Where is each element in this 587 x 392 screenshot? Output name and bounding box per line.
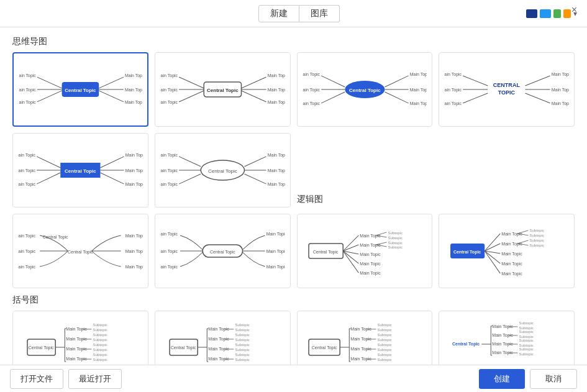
svg-text:Main Topic: Main Topic [303,101,321,106]
template-card-mm1[interactable]: Central Topic Main Topic Main Topic Main… [12,52,148,127]
svg-text:Subtopic: Subtopic [235,358,249,362]
svg-text:Central Topic: Central Topic [210,250,235,255]
template-card-mm4[interactable]: CENTRAL TOPIC Main Topic Main Topic Main… [439,52,575,127]
template-card-br3[interactable]: Central Topic Main Topic Main Topic Main… [297,311,433,365]
svg-line-103 [343,245,358,251]
svg-text:Main Topic: Main Topic [360,252,381,257]
svg-text:Central Topic: Central Topic [207,88,239,93]
mindmap-grid-row1: Central Topic Main Topic Main Topic Main… [12,52,575,127]
color-scheme-selector[interactable]: ▾ [526,9,577,18]
svg-text:Main Topic: Main Topic [160,265,178,270]
close-button[interactable]: × [571,5,577,15]
svg-text:Main Topic: Main Topic [18,265,36,270]
svg-text:Main Topic: Main Topic [125,234,143,239]
mindmap-preview-5: Central Topic Main Topic Main Topic Main… [18,139,143,202]
svg-line-68 [100,173,124,184]
svg-text:Main Topic: Main Topic [502,242,523,247]
template-card-mm6[interactable]: Central Topic Main Topic Main Topic Main… [155,133,291,207]
svg-text:Central Topic: Central Topic [312,250,338,255]
svg-text:Main Topic: Main Topic [160,73,178,78]
template-card-br2[interactable]: Central Topic Main Topic Main Topic Main… [155,311,291,365]
svg-text:Main Topic: Main Topic [160,182,178,187]
svg-text:Subtopic: Subtopic [519,347,534,351]
svg-text:Main Topic: Main Topic [125,88,142,93]
svg-text:Main Topic: Main Topic [18,182,36,187]
svg-line-30 [321,76,345,87]
bottom-right-actions: 创建 取消 [479,369,577,389]
svg-text:Subtopic: Subtopic [388,236,402,240]
logic-preview-2: Central Topic Main Topic Subtopic Subtop… [444,219,569,283]
svg-text:Subtopic: Subtopic [93,338,107,342]
cancel-button[interactable]: 取消 [530,369,577,389]
svg-text:Main Topic: Main Topic [266,232,284,237]
mindmap-preview-7: Central Topic Main Topic Main Topic Main… [18,219,143,283]
create-button[interactable]: 创建 [479,369,525,389]
template-card-lg1[interactable]: Central Topic Main Topic Subtopic Subtop… [297,214,433,288]
mindmap-preview-8: Central Topic Main Topic Main Topic Main… [160,219,285,283]
svg-text:Subtopic: Subtopic [530,239,544,242]
svg-text:Subtopic: Subtopic [388,231,402,235]
svg-text:Main Topic: Main Topic [360,243,381,248]
template-card-mm2[interactable]: Central Topic Main Topic Main Topic Main… [155,52,291,127]
svg-text:Main Topic: Main Topic [552,101,569,106]
svg-text:Main Topic: Main Topic [160,168,178,173]
section-title-logic: 逻辑图 [297,194,575,205]
template-card-br1[interactable]: Central Topic Main Topic Main Topic Main… [12,311,148,365]
svg-text:Main Topic: Main Topic [267,182,284,187]
svg-text:Main Topic: Main Topic [267,153,284,158]
template-card-mm3[interactable]: Central Topic Main Topic Main Topic Main… [297,52,433,127]
svg-text:Subtopic: Subtopic [235,338,249,342]
svg-text:Subtopic: Subtopic [519,339,534,342]
svg-text:Main Topic: Main Topic [502,271,523,276]
section-title-mindmap: 思维导图 [12,36,575,47]
svg-line-40 [385,92,408,103]
tab-new[interactable]: 新建 [258,5,299,22]
template-card-mm5[interactable]: Central Topic Main Topic Main Topic Main… [12,133,148,207]
svg-line-122 [485,234,500,251]
svg-text:Main Topic: Main Topic [409,88,427,93]
svg-text:Subtopic: Subtopic [377,343,391,347]
svg-text:Subtopic: Subtopic [377,338,391,342]
svg-text:Main Topic: Main Topic [303,72,321,77]
svg-text:Subtopic: Subtopic [530,234,544,237]
main-content: 思维导图 Central Topic Main Topic Main Topic… [0,27,587,365]
svg-text:Subtopic: Subtopic [377,358,391,362]
svg-text:Subtopic: Subtopic [93,358,107,362]
svg-line-64 [100,157,124,168]
color-dot-1 [526,9,537,18]
color-dot-2 [540,9,551,18]
svg-text:Main Topic: Main Topic [18,168,36,173]
svg-text:Subtopic: Subtopic [377,353,391,357]
svg-text:Subtopic: Subtopic [235,323,249,327]
open-file-button[interactable]: 打开文件 [10,369,63,389]
svg-line-26 [241,91,266,102]
bracket-preview-2: Central Topic Main Topic Main Topic Main… [160,316,285,365]
svg-text:Central Topic: Central Topic [452,342,480,347]
mindmap-grid-row2: Central Topic Main Topic Main Topic Main… [12,133,575,207]
svg-text:Main Topic: Main Topic [444,88,462,93]
svg-line-34 [321,92,345,103]
svg-text:TOPIC: TOPIC [498,89,516,96]
svg-text:Central Topic: Central Topic [68,250,93,255]
template-card-mm7[interactable]: Central Topic Main Topic Main Topic Main… [12,214,148,288]
svg-text:Main Topic: Main Topic [266,265,284,270]
template-card-lg2[interactable]: Central Topic Main Topic Subtopic Subtop… [439,214,575,288]
template-card-br4[interactable]: Central Topic Main Topic Main Topic Main… [439,311,575,365]
template-card-mm8[interactable]: Central Topic Main Topic Main Topic Main… [155,214,291,288]
svg-line-76 [179,174,201,184]
tab-gallery[interactable]: 图库 [299,5,340,22]
svg-line-22 [241,77,266,88]
recent-open-button[interactable]: 最近打开 [68,369,122,389]
svg-text:Subtopic: Subtopic [519,352,534,356]
svg-text:Main Topic: Main Topic [444,101,462,106]
svg-text:Main Topic: Main Topic [502,252,523,257]
svg-text:Main Topic: Main Topic [18,249,36,254]
svg-text:Subtopic: Subtopic [519,321,534,325]
svg-text:Subtopic: Subtopic [93,353,107,357]
svg-line-12 [99,91,124,102]
svg-text:Central Topic: Central Topic [65,88,96,93]
svg-text:Main Topic: Main Topic [125,153,143,158]
svg-text:Main Topic: Main Topic [18,153,36,158]
svg-text:Subtopic: Subtopic [93,328,107,332]
tab-group: 新建 图库 [258,5,340,22]
